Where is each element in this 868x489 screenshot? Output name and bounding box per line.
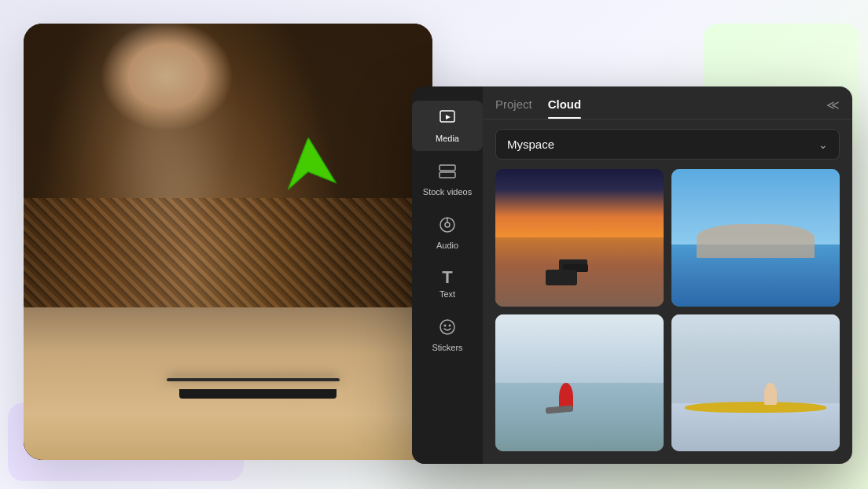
stickers-icon: [438, 318, 457, 340]
media-thumb-kayak-women[interactable]: [671, 169, 840, 307]
chevron-down-icon: ⌄: [818, 138, 828, 151]
tab-project[interactable]: Project: [495, 97, 532, 119]
sidebar-item-media[interactable]: Media: [412, 101, 483, 151]
main-content: Project Cloud ≪ Myspace ⌄: [483, 86, 852, 464]
media-grid: [483, 169, 852, 464]
background: Media Stock videos: [0, 0, 868, 489]
cloud-provider-dropdown[interactable]: Myspace ⌄: [495, 129, 840, 160]
dropdown-area: Myspace ⌄: [483, 119, 852, 169]
sidebar-item-text[interactable]: T Text: [412, 261, 483, 307]
svg-point-8: [444, 325, 447, 327]
sidebar-media-label: Media: [436, 134, 459, 143]
sidebar-text-label: Text: [440, 289, 455, 299]
sidebar-item-audio[interactable]: Audio: [412, 208, 483, 258]
photo-background: [24, 24, 432, 460]
sidebar-item-stickers[interactable]: Stickers: [412, 310, 483, 360]
svg-rect-2: [440, 165, 455, 171]
tab-cloud[interactable]: Cloud: [548, 97, 582, 119]
media-thumb-red-jacket[interactable]: [495, 314, 664, 452]
svg-point-5: [445, 222, 450, 227]
svg-rect-3: [440, 172, 455, 178]
sidebar: Media Stock videos: [412, 86, 483, 464]
media-thumb-sunset[interactable]: [495, 169, 664, 307]
tabs-bar: Project Cloud ≪: [483, 86, 852, 119]
text-icon: T: [442, 269, 452, 286]
audio-icon: [438, 215, 457, 237]
svg-point-7: [440, 320, 454, 334]
svg-marker-1: [446, 115, 451, 119]
media-icon: [438, 108, 457, 131]
dropdown-label: Myspace: [507, 138, 554, 151]
photo-card: [24, 24, 432, 460]
sidebar-stickers-label: Stickers: [432, 343, 462, 352]
sidebar-item-stock-videos[interactable]: Stock videos: [412, 154, 483, 204]
stock-videos-icon: [438, 162, 457, 184]
sidebar-stock-label: Stock videos: [423, 187, 472, 197]
app-panel: Media Stock videos: [412, 86, 852, 464]
media-thumb-yellow-kayak[interactable]: [671, 314, 840, 452]
collapse-button[interactable]: ≪: [826, 97, 840, 112]
svg-point-9: [449, 325, 451, 327]
sidebar-audio-label: Audio: [436, 241, 458, 250]
